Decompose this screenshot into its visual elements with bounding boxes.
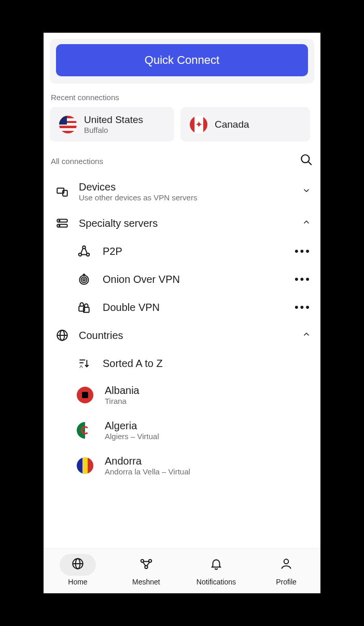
double-vpn-icon <box>77 301 91 314</box>
bottom-nav: Home Meshnet Notifications Profile <box>44 548 320 593</box>
specialty-title: Specialty servers <box>79 217 292 229</box>
all-connections-label: All connections <box>51 157 103 166</box>
item-text: Andorra Andorra la Vella – Virtual <box>105 455 311 476</box>
item-text: Algeria Algiers – Virtual <box>105 420 311 441</box>
specialty-onion[interactable]: Onion Over VPN ••• <box>44 265 320 293</box>
item-text: Sorted A to Z <box>103 358 311 370</box>
nav-label: Meshnet <box>132 578 160 586</box>
svg-point-9 <box>79 253 81 256</box>
country-city: Algiers – Virtual <box>105 432 311 441</box>
item-text: Onion Over VPN <box>103 274 283 285</box>
country-name: Algeria <box>105 420 311 432</box>
bell-icon <box>198 554 234 576</box>
svg-point-0 <box>301 155 309 162</box>
svg-point-7 <box>59 225 60 226</box>
country-city: Andorra la Vella – Virtual <box>105 467 311 476</box>
more-icon[interactable]: ••• <box>295 301 311 314</box>
country-andorra[interactable]: Andorra Andorra la Vella – Virtual <box>44 448 320 483</box>
globe-icon <box>60 554 96 576</box>
more-icon[interactable]: ••• <box>295 244 311 258</box>
country-name: Andorra <box>105 455 311 467</box>
profile-icon <box>268 554 304 576</box>
flag-al-icon <box>77 387 93 403</box>
globe-icon <box>55 329 69 342</box>
devices-icon <box>55 185 69 198</box>
onion-icon <box>77 273 91 286</box>
quick-connect-card: Quick Connect <box>50 39 314 84</box>
onion-title: Onion Over VPN <box>103 274 283 285</box>
all-connections-header: All connections <box>51 153 313 169</box>
nav-meshnet[interactable]: Meshnet <box>128 554 164 586</box>
double-title: Double VPN <box>103 302 283 314</box>
country-name: Albania <box>105 385 311 397</box>
devices-title: Devices <box>79 181 292 193</box>
country-city: Tirana <box>105 397 311 405</box>
chevron-up-icon <box>302 330 311 341</box>
devices-sub: Use other devices as VPN servers <box>79 193 292 202</box>
svg-point-10 <box>87 253 89 256</box>
nav-label: Notifications <box>197 578 236 586</box>
meshnet-icon <box>128 554 164 576</box>
item-text: Specialty servers <box>79 217 292 229</box>
chevron-up-icon <box>302 217 311 229</box>
specialty-p2p[interactable]: P2P ••• <box>44 237 320 265</box>
recent-connections-label: Recent connections <box>51 93 313 102</box>
connection-list: Devices Use other devices as VPN servers… <box>44 174 320 548</box>
item-text: Countries <box>79 330 292 342</box>
recent-city: Buffalo <box>84 126 143 134</box>
nav-profile[interactable]: Profile <box>268 554 304 586</box>
item-text: Double VPN <box>103 302 283 314</box>
recent-connections-row: United States Buffalo ✦ Canada <box>44 107 320 142</box>
nav-label: Profile <box>276 578 297 586</box>
more-icon[interactable]: ••• <box>295 273 311 286</box>
specialty-icon <box>55 216 69 230</box>
country-albania[interactable]: Albania Tirana <box>44 377 320 413</box>
recent-country: Canada <box>215 119 249 130</box>
item-text: Albania Tirana <box>105 385 311 405</box>
flag-us-icon <box>59 116 77 133</box>
svg-point-28 <box>284 559 289 564</box>
p2p-icon <box>77 244 91 258</box>
specialty-servers-header[interactable]: Specialty servers <box>44 209 320 237</box>
recent-text: Canada <box>215 119 249 130</box>
svg-text:A: A <box>79 363 83 369</box>
sort-label: Sorted A to Z <box>103 358 311 370</box>
search-icon[interactable] <box>300 153 313 169</box>
svg-point-8 <box>82 246 85 249</box>
svg-point-13 <box>83 279 85 281</box>
nav-home[interactable]: Home <box>60 554 96 586</box>
chevron-down-icon <box>302 186 311 197</box>
recent-connection-ca[interactable]: ✦ Canada <box>180 107 310 142</box>
app-screen: Quick Connect Recent connections United … <box>44 33 320 593</box>
nav-label: Home <box>68 578 87 586</box>
svg-line-1 <box>308 161 312 165</box>
svg-point-12 <box>81 277 87 283</box>
countries-title: Countries <box>79 330 292 342</box>
recent-text: United States Buffalo <box>84 114 143 134</box>
recent-country: United States <box>84 114 143 126</box>
item-text: P2P <box>103 246 283 257</box>
svg-point-6 <box>59 220 60 221</box>
flag-ca-icon: ✦ <box>190 116 207 133</box>
sort-row[interactable]: A Sorted A to Z <box>44 349 320 377</box>
specialty-double[interactable]: Double VPN ••• <box>44 293 320 321</box>
country-algeria[interactable]: Algeria Algiers – Virtual <box>44 413 320 448</box>
devices-item[interactable]: Devices Use other devices as VPN servers <box>44 174 320 209</box>
countries-header[interactable]: Countries <box>44 321 320 349</box>
item-text: Devices Use other devices as VPN servers <box>79 181 292 202</box>
recent-connection-us[interactable]: United States Buffalo <box>50 107 174 142</box>
flag-dz-icon <box>77 422 93 439</box>
nav-notifications[interactable]: Notifications <box>197 554 236 586</box>
quick-connect-button[interactable]: Quick Connect <box>56 44 308 76</box>
p2p-title: P2P <box>103 246 283 257</box>
flag-ad-icon <box>77 457 93 474</box>
sort-icon: A <box>77 357 91 370</box>
